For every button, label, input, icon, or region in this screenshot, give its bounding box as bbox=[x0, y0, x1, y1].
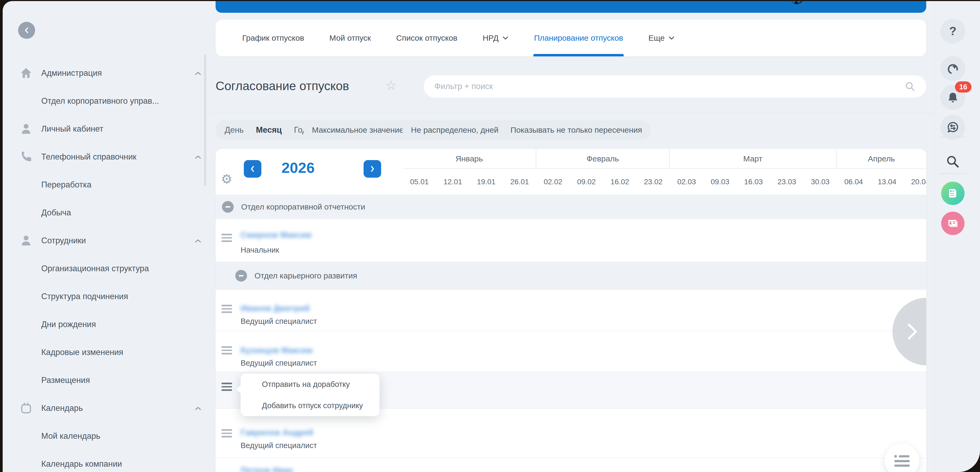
week-date: 23.03 bbox=[770, 177, 804, 186]
menu-item-send-for-revision[interactable]: Отправить на доработку bbox=[240, 374, 380, 395]
tab-vacation-planning[interactable]: Планирование отпусков bbox=[534, 20, 623, 56]
news-document-icon bbox=[946, 187, 960, 200]
gear-icon[interactable]: ⚙ bbox=[221, 173, 232, 185]
row-context-menu: Отправить на доработку Добавить отпуск с… bbox=[240, 374, 380, 416]
tab-label: НРД bbox=[482, 33, 498, 43]
group-row-corporate-reporting: Отдел корпоративной отчетности bbox=[216, 195, 926, 219]
week-date: 26.01 bbox=[503, 177, 536, 186]
week-date: 02.02 bbox=[536, 177, 570, 186]
employee-name[interactable]: Петров Иван bbox=[240, 466, 293, 472]
sidebar-scrollbar[interactable] bbox=[204, 54, 206, 186]
tab-label: Планирование отпусков bbox=[534, 33, 623, 43]
next-year-button[interactable] bbox=[364, 160, 381, 177]
global-search-button[interactable] bbox=[946, 155, 960, 169]
sidebar-item-subordination-structure[interactable]: Структура подчинения bbox=[8, 282, 206, 310]
week-date: 30.03 bbox=[803, 177, 837, 186]
week-date: 20.04 bbox=[904, 177, 926, 186]
sidebar-item-corp-management-dept[interactable]: Отдел корпоративного управ... bbox=[8, 87, 206, 115]
sidebar-item-my-calendar[interactable]: Мой календарь bbox=[8, 422, 206, 450]
sidebar-item-placements[interactable]: Размещения bbox=[8, 366, 206, 394]
tab-label: Список отпусков bbox=[396, 33, 458, 43]
tab-nrd[interactable]: НРД bbox=[482, 20, 509, 56]
house-icon bbox=[19, 66, 33, 80]
week-date: 23.02 bbox=[636, 177, 670, 186]
notification-count-badge: 16 bbox=[955, 81, 972, 93]
search-input[interactable] bbox=[434, 82, 904, 91]
month-header: Февраль bbox=[536, 149, 670, 169]
employee-name[interactable]: Кузнецов Максим bbox=[240, 346, 313, 355]
favorite-star-icon[interactable]: ☆ bbox=[385, 78, 397, 93]
sidebar-item-overtime[interactable]: Переработка bbox=[8, 171, 206, 199]
sidebar-item-label: Размещения bbox=[41, 375, 90, 385]
sidebar-item-mining[interactable]: Добыча bbox=[8, 199, 206, 226]
view-toggle: День Месяц Год bbox=[216, 120, 316, 140]
copilot-sparkle-icon bbox=[946, 62, 960, 76]
filter-show-intersections[interactable]: Показывать не только пересечения bbox=[502, 120, 651, 140]
news-feed-button[interactable] bbox=[941, 182, 964, 205]
vacation-planner-table: ⚙ 2026 Январь Февраль Март Апрель 05.01 … bbox=[216, 149, 926, 472]
row-menu-icon[interactable] bbox=[221, 429, 232, 437]
contact-card-button[interactable] bbox=[941, 212, 964, 235]
row-menu-icon[interactable] bbox=[221, 346, 232, 355]
top-blue-bar bbox=[216, 1, 926, 13]
employee-name[interactable]: Смирнов Максим bbox=[240, 230, 312, 240]
month-header: Апрель bbox=[837, 149, 926, 169]
question-mark-icon: ? bbox=[950, 24, 956, 38]
messenger-button[interactable] bbox=[940, 115, 966, 140]
week-date: 16.03 bbox=[737, 177, 770, 186]
row-menu-icon[interactable] bbox=[221, 305, 232, 313]
week-date: 06.04 bbox=[837, 177, 870, 186]
tab-label: График отпусков bbox=[242, 33, 304, 43]
sidebar-item-label: Кадровые изменения bbox=[41, 348, 123, 357]
chevron-left-icon bbox=[23, 26, 30, 34]
sidebar-item-administration[interactable]: Администрация bbox=[8, 59, 206, 87]
header-divider bbox=[211, 113, 934, 113]
contact-card-icon bbox=[946, 217, 960, 230]
view-toggle-month[interactable]: Месяц bbox=[256, 125, 282, 135]
page-title: Согласование отпусков bbox=[216, 79, 349, 93]
cursor-artifact bbox=[785, 0, 805, 7]
copilot-button[interactable] bbox=[940, 56, 966, 81]
sidebar-item-label: Календарь bbox=[41, 403, 83, 413]
collapse-group-icon[interactable] bbox=[222, 201, 234, 213]
sidebar-item-label: Дни рождения bbox=[41, 320, 96, 329]
filter-search-bar[interactable] bbox=[424, 75, 926, 98]
sidebar-item-label: Отдел корпоративного управ... bbox=[41, 96, 159, 106]
sidebar-item-calendar[interactable]: Календарь bbox=[8, 394, 206, 422]
sidebar-item-company-calendar[interactable]: Календарь компании bbox=[8, 450, 206, 472]
search-icon[interactable] bbox=[904, 81, 916, 92]
view-toggle-day[interactable]: День bbox=[224, 125, 244, 135]
chevron-up-icon bbox=[194, 152, 202, 162]
tab-more[interactable]: Еще bbox=[648, 20, 675, 56]
employee-name[interactable]: Гаврилов Андрей bbox=[240, 428, 313, 437]
menu-item-add-vacation[interactable]: Добавить отпуск сотруднику bbox=[240, 395, 380, 416]
chevron-down-icon bbox=[668, 36, 675, 40]
tab-my-vacation[interactable]: Мой отпуск bbox=[329, 20, 371, 56]
group-row-career-development: Отдел карьерного развития bbox=[216, 262, 926, 290]
help-button[interactable]: ? bbox=[940, 19, 966, 44]
prev-year-button[interactable] bbox=[244, 160, 261, 177]
sidebar-item-personal-cabinet[interactable]: Личный кабинет bbox=[8, 115, 206, 143]
list-icon bbox=[894, 455, 910, 467]
tab-vacation-list[interactable]: Список отпусков bbox=[396, 20, 458, 56]
week-date: 19.01 bbox=[469, 177, 503, 186]
employee-position: Начальник bbox=[240, 246, 279, 255]
tab-vacation-schedule[interactable]: График отпусков bbox=[242, 20, 304, 56]
sidebar-item-org-structure[interactable]: Организационная структура bbox=[8, 255, 206, 282]
sidebar-item-employees[interactable]: Сотрудники bbox=[8, 226, 206, 255]
sidebar-item-birthdays[interactable]: Дни рождения bbox=[8, 310, 206, 338]
person-icon bbox=[19, 122, 33, 136]
sidebar-item-phone-directory[interactable]: Телефонный справочник bbox=[8, 143, 206, 171]
week-date: 02.03 bbox=[670, 177, 703, 186]
search-icon bbox=[946, 155, 960, 169]
tab-label: Еще bbox=[648, 33, 665, 43]
sidebar-item-hr-changes[interactable]: Кадровые изменения bbox=[8, 338, 206, 366]
employee-name[interactable]: Иванов Дмитрий bbox=[240, 304, 310, 313]
collapse-group-icon[interactable] bbox=[235, 270, 247, 282]
week-dates-row: 05.01 12.01 19.01 26.01 02.02 09.02 16.0… bbox=[403, 169, 926, 195]
row-menu-icon[interactable] bbox=[221, 234, 232, 242]
planner-rows: Отдел корпоративной отчетности Смирнов М… bbox=[216, 195, 926, 472]
sidebar-collapse-button[interactable] bbox=[18, 22, 35, 39]
chevron-left-icon bbox=[250, 165, 256, 173]
row-menu-icon-active[interactable] bbox=[221, 383, 232, 391]
